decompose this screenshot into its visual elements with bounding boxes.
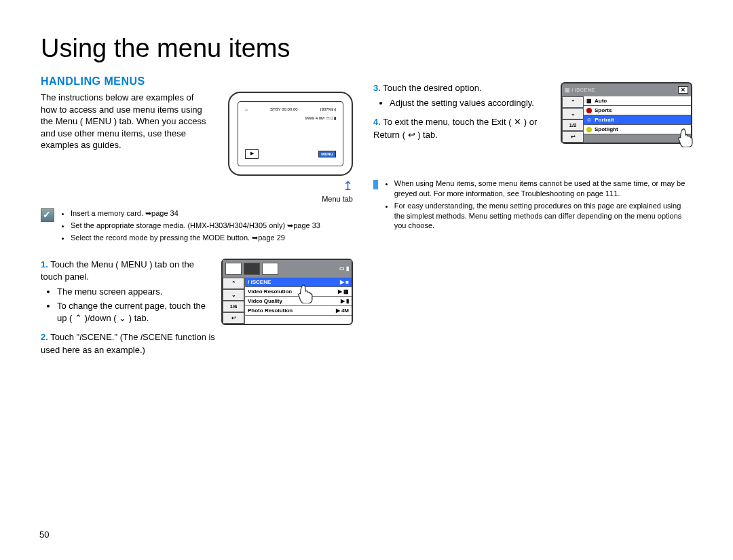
play-button-icon: ▶ [245,149,259,159]
up-nav-icon: ⌃ [562,96,584,108]
page-title: Using the menu items [41,34,692,63]
page-indicator: 1/6 [223,301,244,312]
return-nav-icon: ↩ [223,312,244,324]
intro-text: The instructions below are examples of h… [41,92,206,150]
close-icon: ✕ [678,86,688,94]
menu-screen-figure: ▭ ▮ ⌃ ⌄ 1/6 ↩ i iSCENE▶ ■ Video Resoluti… [221,259,353,325]
return-nav-icon: ↩ [562,131,584,143]
info-note: When using Menu items, some menu items c… [373,179,692,240]
top-tab-icon [262,263,278,275]
menu-row: Video Quality▶ ▮ [245,297,352,306]
scene-option-row: ▦Auto [584,96,691,106]
section-heading: HANDLING MENUS [41,75,353,88]
up-nav-icon: ⌃ [223,278,244,289]
page-indicator: 1/2 [562,119,584,131]
manual-page: Using the menu items HANDLING MENUS ⌂ ST… [0,0,733,560]
page-number: 50 [39,529,49,540]
menu-row: Photo Resolution▶ 4M [245,306,352,316]
two-column-layout: HANDLING MENUS ⌂ STBY 00:00:00 [307Min] [41,75,692,360]
steps-1-2: ▭ ▮ ⌃ ⌄ 1/6 ↩ i iSCENE▶ ■ Video Resoluti… [41,259,353,360]
scene-option-row: Spotlight [584,125,691,134]
menu-row: Video Resolution▶ ▦ [245,287,352,297]
info-list: When using Menu items, some menu items c… [382,179,692,233]
menu-tab-button: MENU [318,151,336,157]
scene-option-row-selected: ☺Portrait [584,115,691,125]
prerequisite-note: Insert a memory card. ➥page 34 Set the a… [41,208,353,252]
prerequisite-list: Insert a memory card. ➥page 34 Set the a… [58,208,320,245]
left-column: HANDLING MENUS ⌂ STBY 00:00:00 [307Min] [41,75,353,360]
down-nav-icon: ⌄ [562,108,584,119]
figure-caption: Menu tab [217,195,353,203]
info-square-icon [373,180,378,189]
scene-option-row: Sports [584,106,691,115]
down-nav-icon: ⌄ [223,289,244,301]
step-1: 1. Touch the Menu ( MENU ) tab on the to… [41,259,217,325]
step-2: 2. Touch "iSCENE." (The iSCENE function … [41,331,217,356]
step-3: 3. Touch the desired option. Adjust the … [373,82,543,109]
step-4: 4. To exit the menu, touch the Exit ( ✕ … [373,116,543,141]
camcorder-figure: ⌂ STBY 00:00:00 [307Min] 9999 4.0M ▭ ▯ ▮ [228,92,353,176]
right-column: ▦ i iSCENE ✕ ⌃ ⌄ 1/2 ↩ ▦Auto [373,75,692,360]
home-icon: ⌂ [245,107,248,111]
menu-row: i iSCENE▶ ■ [245,278,352,287]
top-tab-icon [225,263,242,275]
top-tab-active-icon [244,263,260,275]
scene-submenu-figure: ▦ i iSCENE ✕ ⌃ ⌄ 1/2 ↩ ▦Auto [561,82,692,144]
intro-block: ⌂ STBY 00:00:00 [307Min] 9999 4.0M ▭ ▯ ▮ [41,92,353,193]
check-icon [41,208,54,222]
